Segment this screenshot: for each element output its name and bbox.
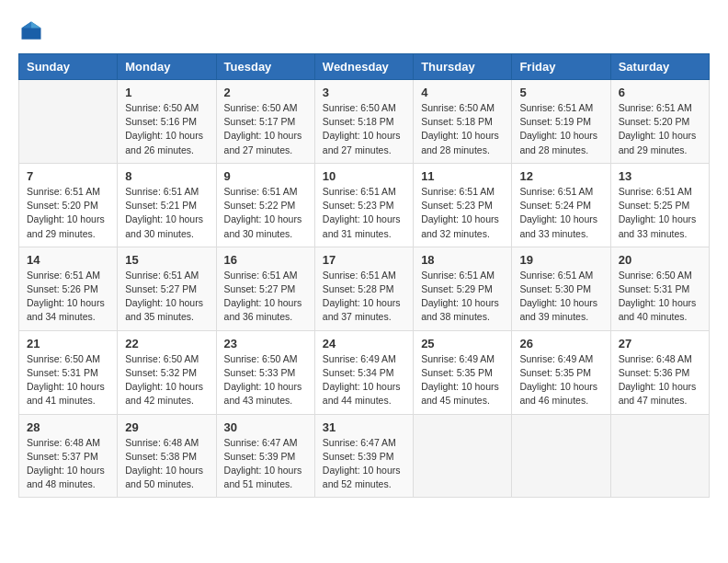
day-number: 4 <box>421 86 504 99</box>
day-cell <box>610 414 709 498</box>
day-number: 22 <box>125 337 208 350</box>
day-number: 10 <box>323 169 405 183</box>
svg-marker-2 <box>22 22 32 29</box>
page-header <box>18 18 710 44</box>
day-info: Sunrise: 6:47 AM Sunset: 5:39 PM Dayligh… <box>323 436 405 492</box>
day-cell: 16Sunrise: 6:51 AM Sunset: 5:27 PM Dayli… <box>216 247 314 330</box>
day-number: 29 <box>125 420 208 434</box>
day-cell: 24Sunrise: 6:49 AM Sunset: 5:34 PM Dayli… <box>314 330 413 414</box>
calendar-header-row: SundayMondayTuesdayWednesdayThursdayFrid… <box>19 54 710 80</box>
day-info: Sunrise: 6:50 AM Sunset: 5:17 PM Dayligh… <box>224 101 307 157</box>
day-info: Sunrise: 6:48 AM Sunset: 5:36 PM Dayligh… <box>619 352 701 408</box>
day-cell: 21Sunrise: 6:50 AM Sunset: 5:31 PM Dayli… <box>19 330 118 414</box>
day-cell <box>19 80 118 164</box>
day-number: 13 <box>619 169 701 183</box>
day-cell: 3Sunrise: 6:50 AM Sunset: 5:18 PM Daylig… <box>314 80 413 164</box>
day-number: 17 <box>323 253 405 267</box>
day-info: Sunrise: 6:50 AM Sunset: 5:33 PM Dayligh… <box>224 352 307 408</box>
day-info: Sunrise: 6:50 AM Sunset: 5:32 PM Dayligh… <box>125 352 208 408</box>
day-cell: 1Sunrise: 6:50 AM Sunset: 5:16 PM Daylig… <box>118 80 216 164</box>
day-cell: 4Sunrise: 6:50 AM Sunset: 5:18 PM Daylig… <box>414 80 512 164</box>
day-info: Sunrise: 6:51 AM Sunset: 5:20 PM Dayligh… <box>27 185 109 241</box>
day-cell: 6Sunrise: 6:51 AM Sunset: 5:20 PM Daylig… <box>610 80 709 164</box>
day-number: 27 <box>619 337 701 350</box>
day-cell: 22Sunrise: 6:50 AM Sunset: 5:32 PM Dayli… <box>118 330 216 414</box>
day-cell <box>414 414 512 498</box>
col-header-friday: Friday <box>512 54 610 80</box>
day-number: 28 <box>27 420 109 434</box>
day-cell: 13Sunrise: 6:51 AM Sunset: 5:25 PM Dayli… <box>610 163 709 247</box>
day-cell: 14Sunrise: 6:51 AM Sunset: 5:26 PM Dayli… <box>19 247 118 330</box>
day-number: 18 <box>421 253 504 267</box>
day-info: Sunrise: 6:50 AM Sunset: 5:18 PM Dayligh… <box>421 101 504 157</box>
day-cell: 8Sunrise: 6:51 AM Sunset: 5:21 PM Daylig… <box>118 163 216 247</box>
day-info: Sunrise: 6:50 AM Sunset: 5:31 PM Dayligh… <box>27 352 109 408</box>
day-number: 12 <box>519 169 602 183</box>
day-cell: 23Sunrise: 6:50 AM Sunset: 5:33 PM Dayli… <box>216 330 314 414</box>
calendar-table: SundayMondayTuesdayWednesdayThursdayFrid… <box>18 53 710 498</box>
day-number: 19 <box>519 253 602 267</box>
day-number: 30 <box>224 420 307 434</box>
day-cell: 15Sunrise: 6:51 AM Sunset: 5:27 PM Dayli… <box>118 247 216 330</box>
day-info: Sunrise: 6:51 AM Sunset: 5:24 PM Dayligh… <box>519 185 602 241</box>
day-cell: 10Sunrise: 6:51 AM Sunset: 5:23 PM Dayli… <box>314 163 413 247</box>
day-cell <box>512 414 610 498</box>
day-number: 2 <box>224 86 307 99</box>
day-info: Sunrise: 6:51 AM Sunset: 5:20 PM Dayligh… <box>619 101 701 157</box>
day-number: 21 <box>27 337 109 350</box>
week-row-5: 28Sunrise: 6:48 AM Sunset: 5:37 PM Dayli… <box>19 414 710 498</box>
col-header-tuesday: Tuesday <box>216 54 314 80</box>
day-cell: 31Sunrise: 6:47 AM Sunset: 5:39 PM Dayli… <box>314 414 413 498</box>
day-number: 7 <box>27 169 109 183</box>
day-cell: 20Sunrise: 6:50 AM Sunset: 5:31 PM Dayli… <box>610 247 709 330</box>
day-info: Sunrise: 6:51 AM Sunset: 5:30 PM Dayligh… <box>519 269 602 325</box>
day-info: Sunrise: 6:51 AM Sunset: 5:19 PM Dayligh… <box>519 101 602 157</box>
day-info: Sunrise: 6:51 AM Sunset: 5:29 PM Dayligh… <box>421 269 504 325</box>
col-header-monday: Monday <box>118 54 216 80</box>
svg-marker-1 <box>31 22 41 29</box>
day-cell: 28Sunrise: 6:48 AM Sunset: 5:37 PM Dayli… <box>19 414 118 498</box>
week-row-1: 1Sunrise: 6:50 AM Sunset: 5:16 PM Daylig… <box>19 80 710 164</box>
day-cell: 2Sunrise: 6:50 AM Sunset: 5:17 PM Daylig… <box>216 80 314 164</box>
day-cell: 12Sunrise: 6:51 AM Sunset: 5:24 PM Dayli… <box>512 163 610 247</box>
day-info: Sunrise: 6:48 AM Sunset: 5:38 PM Dayligh… <box>125 436 208 492</box>
day-cell: 11Sunrise: 6:51 AM Sunset: 5:23 PM Dayli… <box>414 163 512 247</box>
day-number: 26 <box>519 337 602 350</box>
day-info: Sunrise: 6:49 AM Sunset: 5:35 PM Dayligh… <box>421 352 504 408</box>
day-number: 9 <box>224 169 307 183</box>
day-info: Sunrise: 6:48 AM Sunset: 5:37 PM Dayligh… <box>27 436 109 492</box>
day-cell: 5Sunrise: 6:51 AM Sunset: 5:19 PM Daylig… <box>512 80 610 164</box>
day-info: Sunrise: 6:51 AM Sunset: 5:25 PM Dayligh… <box>619 185 701 241</box>
day-number: 3 <box>323 86 405 99</box>
day-cell: 18Sunrise: 6:51 AM Sunset: 5:29 PM Dayli… <box>414 247 512 330</box>
day-number: 5 <box>519 86 602 99</box>
day-info: Sunrise: 6:50 AM Sunset: 5:31 PM Dayligh… <box>619 269 701 325</box>
day-info: Sunrise: 6:51 AM Sunset: 5:23 PM Dayligh… <box>421 185 504 241</box>
day-info: Sunrise: 6:51 AM Sunset: 5:23 PM Dayligh… <box>323 185 405 241</box>
day-info: Sunrise: 6:51 AM Sunset: 5:22 PM Dayligh… <box>224 185 307 241</box>
day-number: 16 <box>224 253 307 267</box>
day-info: Sunrise: 6:51 AM Sunset: 5:21 PM Dayligh… <box>125 185 208 241</box>
day-cell: 30Sunrise: 6:47 AM Sunset: 5:39 PM Dayli… <box>216 414 314 498</box>
day-info: Sunrise: 6:50 AM Sunset: 5:16 PM Dayligh… <box>125 101 208 157</box>
col-header-saturday: Saturday <box>610 54 709 80</box>
day-info: Sunrise: 6:51 AM Sunset: 5:26 PM Dayligh… <box>27 269 109 325</box>
day-cell: 29Sunrise: 6:48 AM Sunset: 5:38 PM Dayli… <box>118 414 216 498</box>
day-cell: 26Sunrise: 6:49 AM Sunset: 5:35 PM Dayli… <box>512 330 610 414</box>
day-number: 14 <box>27 253 109 267</box>
day-cell: 7Sunrise: 6:51 AM Sunset: 5:20 PM Daylig… <box>19 163 118 247</box>
week-row-3: 14Sunrise: 6:51 AM Sunset: 5:26 PM Dayli… <box>19 247 710 330</box>
day-cell: 27Sunrise: 6:48 AM Sunset: 5:36 PM Dayli… <box>610 330 709 414</box>
logo-icon <box>18 18 44 44</box>
day-info: Sunrise: 6:51 AM Sunset: 5:27 PM Dayligh… <box>224 269 307 325</box>
day-info: Sunrise: 6:51 AM Sunset: 5:28 PM Dayligh… <box>323 269 405 325</box>
day-cell: 19Sunrise: 6:51 AM Sunset: 5:30 PM Dayli… <box>512 247 610 330</box>
col-header-sunday: Sunday <box>19 54 118 80</box>
day-info: Sunrise: 6:47 AM Sunset: 5:39 PM Dayligh… <box>224 436 307 492</box>
col-header-thursday: Thursday <box>414 54 512 80</box>
day-number: 24 <box>323 337 405 350</box>
day-number: 1 <box>125 86 208 99</box>
day-number: 20 <box>619 253 701 267</box>
day-cell: 25Sunrise: 6:49 AM Sunset: 5:35 PM Dayli… <box>414 330 512 414</box>
logo <box>18 18 48 44</box>
